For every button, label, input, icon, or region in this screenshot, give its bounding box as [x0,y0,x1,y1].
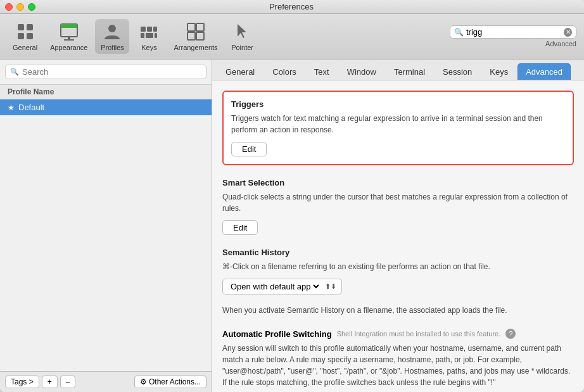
arrangements-label: Arrangements [174,44,217,51]
svg-rect-13 [146,33,153,38]
smart-selection-description: Quad-click selects a string under the cu… [222,191,574,214]
svg-marker-19 [238,24,246,38]
svg-rect-17 [187,32,195,40]
tab-general[interactable]: General [217,63,263,80]
sidebar-footer: Tags > + – ⚙ Other Actions... [0,371,212,392]
keys-icon [139,22,159,42]
semantic-history-title: Semantic History [222,248,574,257]
chevron-down-icon: ⬆⬇ [325,282,336,291]
smart-selection-title: Smart Selection [222,178,574,187]
appearance-label: Appearance [50,44,87,51]
svg-rect-14 [155,33,157,38]
sidebar-search-field[interactable]: 🔍 [5,65,206,79]
automatic-profile-switching-section: Automatic Profile Switching Shell Integr… [222,329,574,388]
profile-list: ★ Default [0,99,212,371]
advanced-toolbar-label: Advanced [545,40,576,47]
profile-item-name: Default [18,103,44,112]
svg-rect-12 [141,33,144,38]
triggers-title: Triggers [231,99,565,109]
triggers-description: Triggers watch for text matching a regul… [231,113,565,136]
default-star-icon: ★ [8,103,15,112]
tab-terminal[interactable]: Terminal [386,63,433,80]
svg-rect-9 [141,27,146,32]
toolbar-search[interactable]: 🔍 ✕ [450,25,576,39]
toolbar-icons: General Appearance [8,19,260,54]
profiles-label: Profiles [101,44,124,51]
aps-title: Automatic Profile Switching [222,329,332,339]
other-actions-button[interactable]: ⚙ Other Actions... [134,376,206,388]
appearance-icon [59,22,79,42]
sidebar-search-icon: 🔍 [10,68,19,76]
tags-button[interactable]: Tags > [5,376,39,388]
tab-text[interactable]: Text [306,63,338,80]
main-area: 🔍 Profile Name ★ Default Tags > + – ⚙ Ot… [0,60,584,392]
toolbar-item-appearance[interactable]: Appearance [45,19,92,54]
svg-rect-3 [27,33,33,39]
titlebar: Preferences [0,0,584,14]
preferences-window: Preferences General [0,0,584,392]
semantic-history-description: ⌘-Click on a filename referring to an ex… [222,261,574,272]
arrangements-icon [186,22,206,42]
pointer-label: Pointer [231,44,253,51]
tab-bar: General Colors Text Window Terminal Sess… [212,60,584,80]
tab-window[interactable]: Window [339,63,384,80]
toolbar-item-pointer[interactable]: Pointer [225,19,260,54]
profile-list-header: Profile Name [0,85,212,99]
general-label: General [13,44,37,51]
svg-point-8 [108,25,116,32]
search-input[interactable] [466,27,561,37]
profiles-icon [102,22,122,42]
toolbar-item-arrangements[interactable]: Arrangements [168,19,222,54]
svg-rect-10 [147,27,152,32]
general-icon [15,22,35,42]
help-button[interactable]: ? [505,329,516,339]
svg-rect-15 [187,23,195,31]
svg-rect-11 [153,27,157,32]
semantic-history-section: Semantic History ⌘-Click on a filename r… [222,248,574,316]
tab-advanced[interactable]: Advanced [517,63,571,80]
content-area: Triggers Triggers watch for text matchin… [212,80,584,392]
aps-description: Any session will switch to this profile … [222,343,574,388]
search-clear-button[interactable]: ✕ [564,28,572,37]
remove-profile-button[interactable]: – [60,376,76,388]
svg-rect-1 [27,24,33,30]
pointer-icon [232,22,253,42]
search-icon: 🔍 [454,28,464,37]
svg-rect-7 [64,39,74,41]
svg-rect-0 [18,24,24,30]
toolbar-item-profiles[interactable]: Profiles [95,19,129,54]
triggers-edit-button[interactable]: Edit [231,142,267,156]
tab-colors[interactable]: Colors [264,63,305,80]
svg-rect-6 [68,37,70,39]
triggers-section: Triggers Triggers watch for text matchin… [222,91,574,165]
sidebar-search-area: 🔍 [0,60,212,85]
svg-rect-16 [196,23,204,31]
window-title: Preferences [4,2,579,11]
toolbar: General Appearance [0,14,584,60]
tab-keys[interactable]: Keys [481,63,516,80]
toolbar-item-general[interactable]: General [8,19,42,54]
smart-selection-section: Smart Selection Quad-click selects a str… [222,178,574,235]
aps-header: Automatic Profile Switching Shell Integr… [222,329,574,339]
aps-shell-integration-note: Shell Integration must be installed to u… [337,330,501,338]
svg-rect-5 [61,24,77,28]
svg-rect-18 [196,32,204,40]
smart-selection-edit-button[interactable]: Edit [222,220,258,235]
keys-label: Keys [141,44,156,51]
svg-rect-2 [18,33,24,39]
toolbar-item-keys[interactable]: Keys [132,19,166,54]
tab-session[interactable]: Session [435,63,480,80]
profile-item-default[interactable]: ★ Default [0,99,212,115]
semantic-history-note: When you activate Semantic History on a … [222,305,574,316]
sidebar-search-input[interactable] [22,67,201,77]
footer-actions: ⚙ Other Actions... [134,376,206,388]
sidebar: 🔍 Profile Name ★ Default Tags > + – ⚙ Ot… [0,60,212,392]
semantic-history-select[interactable]: Open with default app Open with editor R… [228,281,321,292]
semantic-history-dropdown[interactable]: Open with default app Open with editor R… [222,279,342,294]
add-profile-button[interactable]: + [42,376,58,388]
content-panel: General Colors Text Window Terminal Sess… [212,60,584,392]
